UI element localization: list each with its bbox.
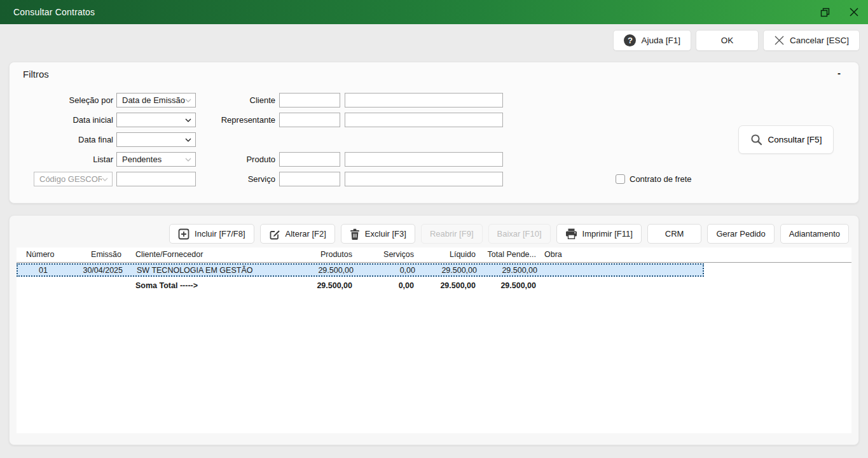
alterar-button-label: Alterar [F2] (286, 229, 326, 239)
col-header-emissao[interactable]: Emissão (67, 249, 128, 260)
gerar-pedido-button-label: Gerar Pedido (716, 229, 765, 239)
baixar-button[interactable]: Baixar [F10] (488, 224, 551, 244)
cancel-button-label: Cancelar [ESC] (790, 36, 849, 45)
ok-button-label: OK (721, 36, 734, 45)
results-toolbar: Incluir [F7/F8] Alterar [F2] Excluir [ (169, 224, 849, 244)
chevron-down-icon (102, 177, 108, 181)
contrato-frete-checkbox[interactable] (616, 174, 625, 184)
col-header-cliente[interactable]: Cliente/Fornecedor (128, 249, 296, 260)
title-bar: Consultar Contratos (0, 0, 868, 24)
close-window-icon[interactable] (849, 7, 859, 17)
servico-code-input[interactable] (279, 172, 340, 186)
cliente-name-input[interactable] (345, 93, 503, 108)
col-header-obra[interactable]: Obra (542, 249, 704, 260)
selecao-por-value: Data de Emissão (122, 95, 185, 105)
adiantamento-button[interactable]: Adiantamento (780, 224, 849, 244)
selecao-por-select[interactable]: Data de Emissão (116, 93, 196, 108)
servico-label: Serviço (200, 172, 275, 186)
collapse-panel-button[interactable]: - (837, 67, 841, 78)
totals-liquido: 29.500,00 (420, 281, 482, 291)
ok-button[interactable]: OK (696, 30, 759, 51)
edit-icon (269, 228, 280, 240)
help-button-label: Ajuda [F1] (641, 36, 680, 45)
produto-code-input[interactable] (279, 152, 340, 167)
table-row[interactable]: 01 30/04/2025 SW TECNOLOGIA EM GESTÃO 29… (17, 263, 704, 277)
data-inicial-label: Data inicial (10, 113, 113, 127)
baixar-button-label: Baixar [F10] (497, 229, 542, 239)
chevron-down-icon (185, 99, 191, 102)
search-icon (750, 134, 762, 146)
representante-name-input[interactable] (345, 113, 503, 127)
cliente-code-input[interactable] (279, 93, 340, 108)
reabrir-button-label: Reabrir [F9] (430, 229, 474, 239)
codigo-gescor-input[interactable] (116, 172, 196, 186)
cell-cliente: SW TECNOLOGIA EM GESTÃO (129, 265, 298, 275)
help-button[interactable]: ? Ajuda [F1] (613, 30, 691, 51)
top-action-bar: ? Ajuda [F1] OK Cancelar [ESC] (613, 30, 860, 51)
crm-button-label: CRM (665, 229, 684, 239)
servico-name-input[interactable] (345, 172, 503, 186)
printer-icon (565, 228, 577, 239)
col-header-servicos[interactable]: Serviços (359, 249, 420, 260)
crm-button[interactable]: CRM (647, 224, 702, 244)
excluir-button-label: Excluir [F3] (365, 229, 406, 239)
incluir-button-label: Incluir [F7/F8] (195, 229, 245, 239)
help-icon: ? (624, 34, 636, 46)
consultar-button[interactable]: Consultar [F5] (738, 125, 834, 154)
col-header-liquido[interactable]: Líquido (420, 249, 482, 260)
contrato-frete-label: Contrato de frete (630, 174, 692, 184)
contracts-table: Número Emissão Cliente/Fornecedor Produt… (17, 247, 851, 433)
cell-servicos: 0,00 (360, 265, 422, 275)
cell-produtos: 29.500,00 (298, 265, 360, 275)
results-panel: Incluir [F7/F8] Alterar [F2] Excluir [ (9, 215, 859, 445)
adiantamento-button-label: Adiantamento (789, 229, 840, 239)
cell-liquido: 29.500,00 (422, 265, 483, 275)
contrato-frete-row: Contrato de frete (616, 174, 692, 184)
codigo-gescor-value: Código GESCOR (39, 174, 102, 184)
data-inicial-select[interactable] (116, 113, 196, 127)
col-header-produtos[interactable]: Produtos (296, 249, 359, 260)
trash-icon (350, 228, 360, 240)
listar-label: Listar (10, 152, 113, 167)
representante-code-input[interactable] (279, 113, 340, 127)
col-header-total-pendente[interactable]: Total Pende... (482, 249, 542, 260)
alterar-button[interactable]: Alterar [F2] (260, 224, 335, 244)
produto-name-input[interactable] (345, 152, 503, 167)
gerar-pedido-button[interactable]: Gerar Pedido (707, 224, 774, 244)
imprimir-button-label: Imprimir [F11] (582, 229, 633, 239)
excluir-button[interactable]: Excluir [F3] (341, 224, 415, 244)
cancel-button[interactable]: Cancelar [ESC] (763, 30, 860, 51)
totals-total-pendente: 29.500,00 (482, 281, 542, 291)
cancel-x-icon (774, 35, 785, 46)
codigo-gescor-select[interactable]: Código GESCOR (34, 172, 113, 186)
table-totals-row: Soma Total -----> 29.500,00 0,00 29.500,… (17, 279, 704, 292)
data-final-label: Data final (10, 132, 113, 147)
filters-panel-title: Filtros (23, 69, 49, 80)
totals-servicos: 0,00 (359, 281, 420, 291)
reabrir-button[interactable]: Reabrir [F9] (421, 224, 483, 244)
plus-square-icon (178, 228, 189, 240)
consultar-button-label: Consultar [F5] (768, 135, 822, 144)
cliente-label: Cliente (200, 93, 275, 108)
totals-produtos: 29.500,00 (296, 281, 359, 291)
chevron-down-icon (185, 158, 191, 162)
table-header-row: Número Emissão Cliente/Fornecedor Produt… (17, 247, 851, 263)
listar-select[interactable]: Pendentes (116, 152, 196, 167)
restore-window-icon[interactable] (820, 7, 830, 17)
produto-label: Produto (200, 152, 275, 167)
imprimir-button[interactable]: Imprimir [F11] (556, 224, 642, 244)
col-header-numero[interactable]: Número (17, 249, 67, 260)
window-title: Consultar Contratos (13, 7, 95, 17)
incluir-button[interactable]: Incluir [F7/F8] (169, 224, 254, 244)
representante-label: Representante (200, 113, 275, 127)
cell-numero: 01 (18, 265, 69, 275)
cell-total-pendente: 29.500,00 (483, 265, 544, 275)
filters-panel: Filtros - Seleção por Data inicial Data … (9, 62, 859, 204)
cell-emissao: 30/04/2025 (69, 265, 129, 275)
listar-value: Pendentes (122, 155, 162, 164)
totals-label: Soma Total -----> (128, 281, 296, 291)
window-controls (820, 0, 859, 24)
chevron-down-icon (185, 118, 191, 122)
data-final-select[interactable] (116, 132, 196, 147)
chevron-down-icon (185, 138, 191, 142)
